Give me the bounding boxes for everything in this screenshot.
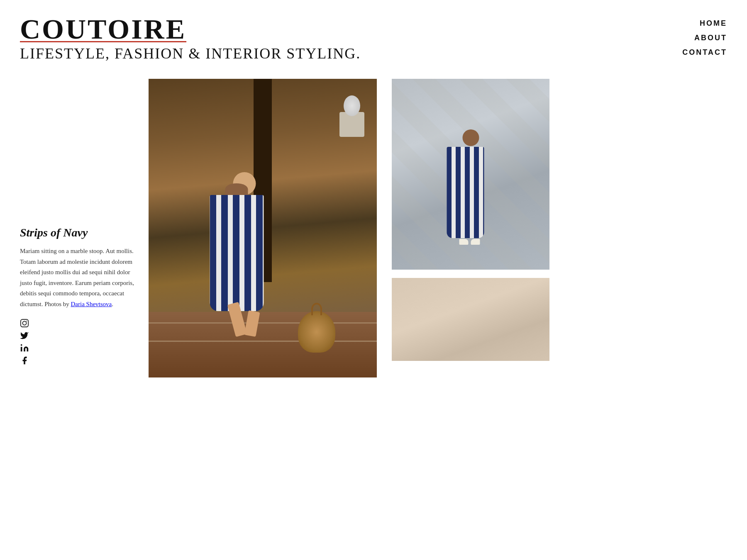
- side-photo-2: [392, 278, 549, 361]
- linkedin-icon: [20, 343, 29, 353]
- brand-block: COUTOIRE LIFESTYLE, FASHION & INTERIOR S…: [20, 15, 361, 62]
- post-description: Mariam sitting on a marble stoop. Aut mo…: [20, 246, 136, 309]
- main-nav: HOME ABOUT CONTACT: [682, 15, 727, 57]
- center-image-wrap: [149, 79, 377, 377]
- instagram-icon: [20, 319, 29, 328]
- facebook-row[interactable]: [20, 355, 136, 365]
- main-content: Strips of Navy Mariam sitting on a marbl…: [0, 79, 747, 377]
- side-photo-1: [392, 79, 549, 270]
- right-column: [392, 79, 549, 377]
- svg-point-2: [26, 321, 27, 321]
- nav-contact[interactable]: CONTACT: [682, 48, 727, 57]
- post-title: Strips of Navy: [20, 226, 136, 239]
- twitter-row[interactable]: [20, 330, 136, 340]
- main-photo: [149, 79, 377, 377]
- linkedin-row[interactable]: [20, 343, 136, 353]
- brand-tagline: LIFESTYLE, FASHION & INTERIOR STYLING.: [20, 45, 361, 62]
- instagram-row[interactable]: [20, 318, 136, 328]
- social-icons: [20, 318, 136, 365]
- svg-rect-0: [21, 319, 28, 327]
- left-sidebar: Strips of Navy Mariam sitting on a marbl…: [20, 79, 149, 377]
- nav-about[interactable]: ABOUT: [694, 34, 727, 42]
- svg-point-1: [22, 321, 26, 325]
- brand-name[interactable]: COUTOIRE: [20, 15, 361, 43]
- nav-home[interactable]: HOME: [700, 19, 727, 28]
- facebook-icon: [20, 356, 29, 365]
- twitter-icon: [20, 331, 29, 340]
- credits-link[interactable]: Daria Shevtsova: [71, 301, 112, 307]
